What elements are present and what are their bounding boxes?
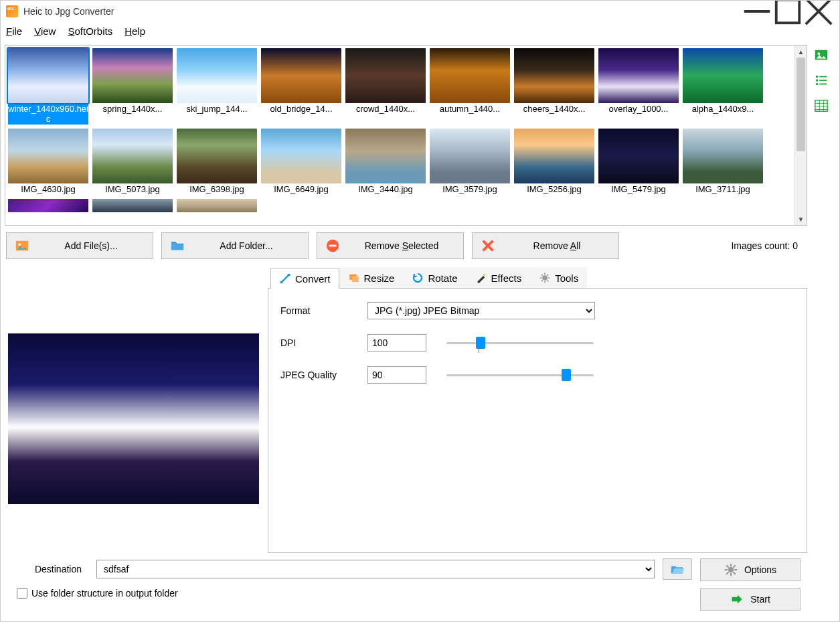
svg-point-31: [818, 52, 821, 55]
thumbnail-label: IMG_5256.jpg: [514, 185, 594, 195]
folder-icon: [170, 238, 185, 253]
thumbnail[interactable]: alpha_1440x9...: [683, 48, 763, 125]
remove-selected-button[interactable]: Remove Selected: [317, 232, 464, 259]
thumbnail-label: spring_1440x...: [92, 104, 173, 114]
thumbnail-label: IMG_3711.jpg: [683, 185, 763, 195]
thumbnail[interactable]: IMG_3579.jpg: [430, 129, 510, 195]
thumbnail[interactable]: autumn_1440...: [430, 48, 510, 125]
menu-softorbits[interactable]: SoftOrbits: [68, 25, 112, 37]
format-label: Format: [280, 305, 367, 316]
scroll-thumb[interactable]: [796, 58, 805, 151]
thumbnail[interactable]: IMG_3711.jpg: [683, 129, 763, 195]
app-title: Heic to Jpg Converter: [23, 6, 742, 17]
thumbnail-image: [598, 129, 679, 183]
image-icon: [15, 238, 29, 253]
rotate-icon: [412, 272, 424, 284]
svg-line-20: [547, 275, 548, 276]
svg-rect-7: [329, 245, 337, 247]
thumbnail[interactable]: old_bridge_14...: [261, 48, 341, 125]
minimize-button[interactable]: [742, 1, 772, 22]
thumbnail-image: [177, 199, 257, 212]
thumbnail[interactable]: [92, 199, 173, 212]
svg-point-32: [816, 76, 819, 78]
format-select[interactable]: JPG (*.jpg) JPEG Bitmap: [367, 302, 595, 319]
svg-point-34: [816, 79, 819, 82]
thumbnail[interactable]: IMG_6649.jpg: [261, 129, 341, 195]
preview-image: [8, 333, 259, 504]
dpi-slider[interactable]: [446, 336, 594, 349]
scroll-down-button[interactable]: ▼: [795, 213, 807, 225]
tab-resize-label: Resize: [364, 273, 395, 284]
preview-pane: [5, 264, 262, 553]
thumbnail-image: [683, 129, 763, 183]
thumbnail[interactable]: cheers_1440x...: [514, 48, 594, 125]
add-files-button[interactable]: Add File(s)...: [6, 232, 153, 259]
options-button[interactable]: Options: [700, 558, 801, 581]
start-icon: [730, 593, 744, 606]
menu-help[interactable]: Help: [124, 25, 145, 37]
svg-point-36: [816, 83, 819, 86]
thumbnail[interactable]: ski_jump_144...: [177, 48, 257, 125]
scrollbar[interactable]: ▲ ▼: [794, 46, 807, 225]
destination-select[interactable]: sdfsaf: [96, 560, 655, 578]
thumbnail[interactable]: [177, 199, 257, 212]
delete-icon: [481, 238, 495, 253]
close-button[interactable]: [803, 1, 834, 22]
quality-label: JPEG Quality: [280, 370, 367, 380]
thumbnail-label: IMG_4630.jpg: [8, 185, 88, 195]
quality-input[interactable]: [367, 366, 426, 384]
tab-content: Format JPG (*.jpg) JPEG Bitmap DPI JPEG …: [268, 289, 807, 553]
thumbnail[interactable]: spring_1440x...: [92, 48, 173, 125]
thumbnail-image: [8, 48, 88, 103]
thumbnail-label: IMG_6398.jpg: [177, 185, 257, 195]
tab-tools[interactable]: Tools: [530, 267, 587, 288]
thumbnail-image: [345, 48, 426, 103]
menu-file[interactable]: File: [6, 25, 22, 37]
browse-folder-button[interactable]: [663, 558, 692, 580]
use-folder-structure-checkbox[interactable]: [17, 588, 27, 599]
thumbnail-image: [177, 48, 257, 103]
thumbnail-label: IMG_3579.jpg: [430, 185, 510, 195]
thumbnail-image: [8, 199, 88, 212]
thumbnail-label: crowd_1440x...: [345, 104, 426, 114]
svg-line-17: [541, 275, 543, 276]
svg-rect-11: [352, 277, 359, 282]
svg-point-5: [19, 243, 21, 246]
start-button[interactable]: Start: [700, 588, 801, 611]
svg-rect-35: [819, 80, 827, 81]
thumbnail[interactable]: crowd_1440x...: [345, 48, 426, 125]
gear-icon: [724, 563, 738, 576]
thumbnail-image: [514, 129, 594, 183]
thumbnail[interactable]: IMG_5073.jpg: [92, 129, 173, 195]
thumbnail[interactable]: winter_1440x960.heic: [8, 48, 88, 125]
thumbnail[interactable]: [8, 199, 88, 212]
thumbnail-image: [598, 48, 679, 103]
remove-all-button[interactable]: Remove All: [472, 232, 619, 259]
quality-slider[interactable]: [446, 368, 594, 382]
add-folder-button[interactable]: Add Folder...: [161, 232, 309, 259]
menu-view[interactable]: View: [34, 25, 56, 37]
thumbnail[interactable]: IMG_5479.jpg: [598, 129, 679, 195]
thumbnail[interactable]: IMG_6398.jpg: [177, 129, 257, 195]
scroll-up-button[interactable]: ▲: [795, 46, 807, 58]
tab-effects[interactable]: Effects: [467, 267, 531, 288]
tab-resize[interactable]: Resize: [339, 267, 404, 288]
thumbnail-image: [261, 48, 341, 103]
tab-rotate[interactable]: Rotate: [403, 267, 466, 288]
svg-rect-33: [819, 76, 827, 78]
svg-rect-37: [819, 84, 827, 85]
maximize-button[interactable]: [772, 1, 803, 22]
dpi-input[interactable]: [367, 334, 426, 352]
view-details-button[interactable]: [809, 96, 833, 116]
thumbnail-image: [92, 48, 173, 103]
thumbnail[interactable]: IMG_3440.jpg: [345, 129, 426, 195]
thumbnail[interactable]: overlay_1000...: [598, 48, 679, 125]
effects-icon: [475, 272, 487, 284]
tab-bar: Convert Resize Rotate Effects: [268, 264, 807, 289]
thumbnail[interactable]: IMG_5256.jpg: [514, 129, 594, 195]
view-thumbnails-button[interactable]: [809, 45, 833, 65]
tab-convert[interactable]: Convert: [270, 268, 339, 289]
thumbnail[interactable]: IMG_4630.jpg: [8, 129, 88, 195]
view-list-button[interactable]: [809, 70, 833, 90]
thumbnail-label: IMG_5479.jpg: [598, 185, 679, 195]
